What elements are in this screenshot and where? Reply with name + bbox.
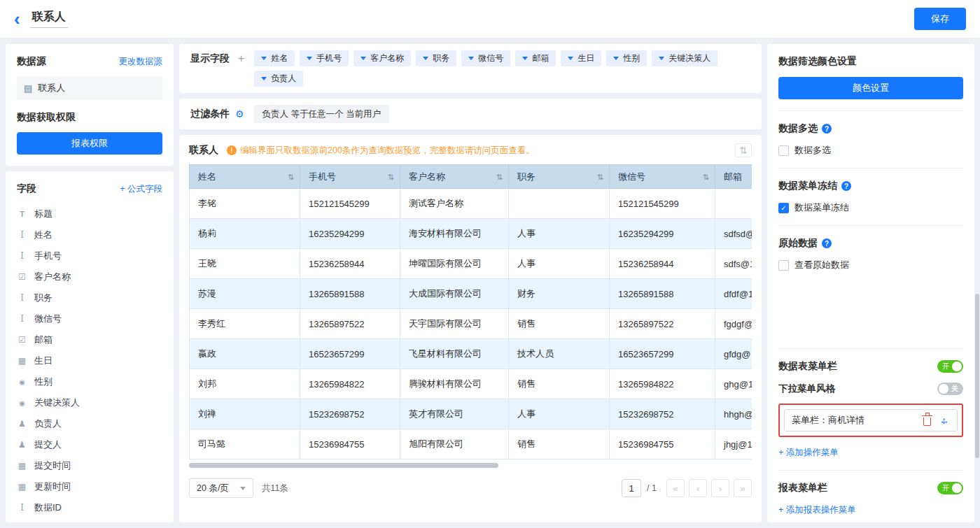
chip-label: 姓名 — [271, 52, 288, 64]
sort-arrows-icon[interactable] — [597, 172, 603, 181]
move-icon[interactable] — [939, 415, 950, 426]
field-label: 数据ID — [34, 501, 62, 514]
table-row[interactable]: 王晓15236258944坤曜国际有限公司人事15236258944sdfs@1 — [190, 249, 752, 279]
chip-label: 手机号 — [316, 52, 342, 64]
first-page-button[interactable] — [666, 479, 685, 497]
fields-title: 字段 — [17, 183, 36, 195]
cell: 13265984822 — [300, 369, 400, 399]
field-label: 性别 — [34, 376, 52, 388]
table-row[interactable]: 李铭152121545299测试客户名称152121545299 — [190, 189, 752, 219]
table-menu-toggle[interactable]: 开 — [937, 360, 963, 373]
add-report-action-menu-link[interactable]: + 添加报表操作菜单 — [778, 505, 856, 515]
display-field-chip[interactable]: 邮箱 — [515, 50, 556, 66]
horizontal-scrollbar[interactable] — [189, 462, 752, 469]
sort-arrows-icon[interactable] — [388, 172, 394, 181]
column-header[interactable]: 客户名称 — [400, 165, 509, 189]
field-item-customer[interactable]: 客户名称 — [17, 266, 162, 287]
field-item-name[interactable]: 姓名 — [17, 224, 162, 245]
field-item-submitter[interactable]: 提交人 — [17, 434, 162, 455]
table-row[interactable]: 苏漫13265891588大成国际有限公司财务13265891588dfdf@1 — [190, 279, 752, 309]
menu-freeze-checkbox[interactable] — [778, 203, 789, 213]
field-item-title[interactable]: 标题 — [17, 204, 162, 224]
scrollbar-thumb[interactable] — [189, 463, 498, 468]
chevron-down-icon — [522, 57, 528, 60]
cell: 152121545299 — [300, 189, 400, 219]
field-item-email[interactable]: 邮箱 — [17, 329, 162, 350]
display-field-chip[interactable]: 职务 — [416, 50, 456, 66]
save-button[interactable]: 保存 — [914, 8, 966, 30]
field-item-wechat[interactable]: 微信号 — [17, 308, 162, 329]
dropdown-style-toggle[interactable]: 关 — [937, 383, 963, 395]
permission-title: 数据获取权限 — [17, 111, 162, 124]
multi-select-title: 数据多选 — [778, 122, 818, 135]
report-menu-toggle[interactable]: 开 — [937, 482, 963, 494]
color-settings-section: 数据筛选颜色设置 颜色设置 — [778, 55, 963, 111]
question-icon[interactable] — [822, 124, 832, 134]
sort-arrows-icon[interactable] — [703, 172, 709, 181]
field-item-birthday[interactable]: 生日 — [17, 350, 162, 371]
raw-data-checkbox[interactable] — [778, 260, 789, 271]
table-row[interactable]: 刘禅15232698752英才有限公司人事15232698752hhgh@ — [190, 399, 752, 429]
question-icon[interactable] — [841, 181, 851, 191]
trash-icon[interactable] — [923, 418, 931, 426]
field-item-job[interactable]: 职务 — [17, 287, 162, 308]
datasource-item[interactable]: 联系人 — [17, 76, 162, 100]
chip-label: 关键决策人 — [668, 52, 710, 64]
display-field-chip[interactable]: 姓名 — [254, 50, 295, 66]
cell: 测试客户名称 — [400, 189, 509, 219]
display-field-chip[interactable]: 微信号 — [461, 50, 510, 66]
sort-arrows-icon[interactable] — [496, 172, 503, 181]
question-icon[interactable] — [822, 238, 832, 248]
table-row[interactable]: 杨莉16235294299海安材料有限公司人事16235294299sdfsd@ — [190, 219, 752, 249]
add-display-field-button[interactable]: + — [238, 50, 244, 66]
add-formula-field-link[interactable]: + 公式字段 — [120, 183, 162, 195]
menu-bar-item[interactable]: 菜单栏：商机详情 — [784, 409, 958, 431]
table-row[interactable]: 嬴政16523657299飞星材料有限公司技术人员16523657299gfdg… — [190, 339, 752, 369]
display-field-chip[interactable]: 手机号 — [300, 50, 349, 66]
page-input[interactable] — [622, 479, 641, 497]
field-item-gender[interactable]: 性别 — [17, 371, 162, 392]
field-item-phone[interactable]: 手机号 — [17, 245, 162, 266]
add-action-menu-link[interactable]: + 添加操作菜单 — [778, 447, 839, 459]
sort-arrows-icon[interactable] — [288, 172, 294, 181]
window-scrollbar[interactable] — [975, 294, 979, 458]
field-item-owner[interactable]: 负责人 — [17, 413, 162, 434]
text-field-icon — [17, 293, 27, 303]
display-field-chip[interactable]: 负责人 — [254, 71, 303, 87]
column-header[interactable]: 姓名 — [190, 165, 300, 189]
field-item-submit-time[interactable]: 提交时间 — [17, 455, 162, 476]
field-item-data-id[interactable]: 数据ID — [17, 497, 162, 518]
change-datasource-link[interactable]: 更改数据源 — [119, 56, 163, 68]
multi-select-checkbox[interactable] — [778, 145, 789, 156]
sort-icon[interactable] — [735, 143, 752, 157]
cell: 13265891588 — [300, 279, 400, 309]
color-settings-button[interactable]: 颜色设置 — [778, 77, 963, 99]
table-row[interactable]: 司马懿15236984755旭阳有限公司销售15236984755jhgj@1 — [190, 429, 752, 459]
cell: 16523657299 — [610, 339, 715, 369]
back-icon[interactable] — [14, 12, 20, 26]
last-page-button[interactable] — [734, 479, 752, 497]
field-item-decision-maker[interactable]: 关键决策人 — [17, 392, 162, 413]
field-item-update-time[interactable]: 更新时间 — [17, 476, 162, 497]
top-bar: 联系人 保存 — [0, 0, 980, 38]
report-menu-title: 报表菜单栏 — [778, 482, 827, 494]
next-page-button[interactable] — [711, 479, 729, 497]
column-header[interactable]: 职务 — [509, 165, 610, 189]
display-field-chip[interactable]: 客户名称 — [354, 50, 411, 66]
display-field-chip[interactable]: 关键决策人 — [652, 50, 718, 66]
gear-icon[interactable] — [235, 108, 244, 120]
title-field-icon — [17, 209, 27, 219]
chevron-down-icon — [240, 487, 246, 490]
prev-page-button[interactable] — [689, 479, 707, 497]
column-header[interactable]: 邮箱 — [715, 165, 752, 189]
column-header[interactable]: 手机号 — [300, 165, 400, 189]
report-permission-button[interactable]: 报表权限 — [17, 132, 162, 155]
column-header[interactable]: 微信号 — [610, 165, 715, 189]
field-label: 手机号 — [34, 250, 62, 262]
page-size-select[interactable]: 20 条/页 — [189, 478, 253, 498]
display-field-chip[interactable]: 生日 — [561, 50, 601, 66]
table-row[interactable]: 李秀红13265897522天宇国际有限公司销售13265897522fgdgf… — [190, 309, 752, 339]
display-field-chip[interactable]: 性别 — [606, 50, 647, 66]
table-row[interactable]: 刘邦13265984822腾骏材料有限公司销售13265984822ghg@1 — [190, 369, 752, 399]
filter-condition-chip[interactable]: 负责人 等于任意一个 当前用户 — [254, 105, 389, 123]
